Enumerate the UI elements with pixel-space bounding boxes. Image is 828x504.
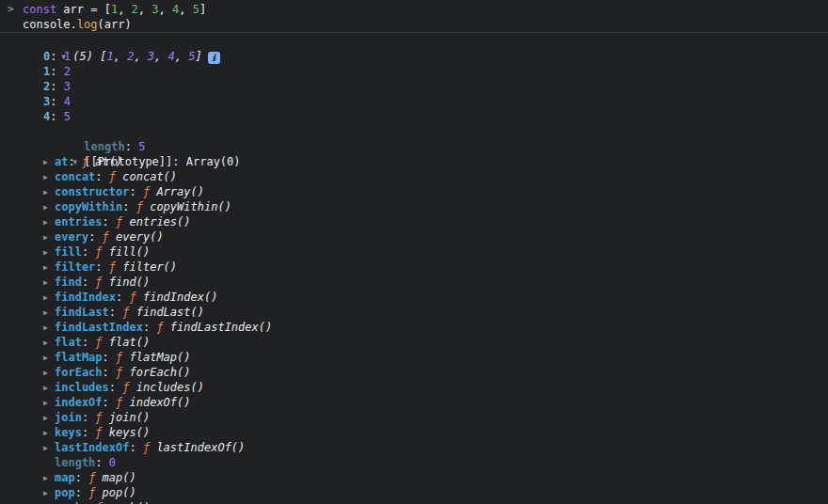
code-token: ,	[175, 50, 188, 63]
property-value: 4	[64, 95, 71, 108]
colon: :	[125, 140, 138, 153]
expand-triangle-icon[interactable]: ▶	[43, 230, 55, 245]
method-name: flatMap	[55, 351, 103, 364]
method-row[interactable]: ▶find: ƒ find()	[0, 275, 828, 290]
expand-triangle-icon[interactable]: ▶	[43, 200, 55, 215]
function-symbol: ƒ	[88, 471, 102, 484]
colon: :	[75, 471, 88, 484]
method-row[interactable]: ▶fill: ƒ fill()	[0, 244, 828, 260]
expand-triangle-icon[interactable]: ▶	[43, 366, 55, 381]
expand-triangle-icon[interactable]: ▶	[43, 411, 55, 426]
method-row[interactable]: ▶constructor: ƒ Array()	[0, 184, 828, 199]
method-row[interactable]: ▶forEach: ƒ forEach()	[0, 365, 828, 380]
expand-triangle-icon[interactable]: ▶	[43, 426, 55, 441]
function-signature: entries()	[129, 215, 190, 228]
function-signature: flat()	[109, 336, 150, 349]
function-signature: concat()	[122, 170, 177, 183]
expand-triangle-icon[interactable]: ▶	[43, 471, 55, 486]
method-row[interactable]: ▶map: ƒ map()	[0, 470, 828, 485]
method-row[interactable]: ▶push: ƒ push()	[0, 500, 828, 504]
method-row[interactable]: ▶join: ƒ join()	[0, 410, 828, 425]
expand-triangle-icon[interactable]: ▶	[43, 185, 55, 200]
function-symbol: ƒ	[95, 411, 108, 424]
colon: :	[109, 381, 122, 394]
colon: :	[103, 396, 116, 409]
function-signature: Array()	[156, 185, 204, 198]
array-preview-row[interactable]: ▼(5) [1, 2, 3, 4, 5]i	[0, 34, 828, 49]
array-item-row: 1: 2	[0, 64, 828, 79]
info-icon[interactable]: i	[208, 52, 220, 64]
devtools-console-panel: > const arr = [1, 2, 3, 4, 5] console.lo…	[0, 0, 828, 504]
method-name: constructor	[55, 185, 129, 198]
colon: :	[103, 215, 116, 228]
property-key: length	[55, 456, 95, 469]
method-name: find	[55, 276, 82, 289]
function-symbol: ƒ	[129, 291, 142, 304]
expand-triangle-icon[interactable]: ▶	[43, 336, 55, 351]
function-signature: findLast()	[136, 306, 204, 319]
method-name: includes	[55, 381, 109, 394]
method-row[interactable]: ▶pop: ƒ pop()	[0, 485, 828, 500]
expand-triangle-icon[interactable]: ▶	[43, 396, 55, 411]
console-output-entry: ▼(5) [1, 2, 3, 4, 5]i 0: 11: 22: 33: 44:…	[0, 33, 828, 504]
code-token: (5) [	[72, 50, 106, 63]
method-name: indexOf	[55, 396, 103, 409]
method-row[interactable]: ▶findLastIndex: ƒ findLastIndex()	[0, 320, 828, 335]
console-input-line[interactable]: console.log(arr)	[0, 17, 828, 32]
method-name: forEach	[55, 366, 103, 379]
function-symbol: ƒ	[143, 441, 156, 454]
colon: :	[95, 456, 108, 469]
expand-triangle-icon[interactable]: ▶	[43, 170, 55, 185]
colon: :	[95, 260, 108, 274]
expand-triangle-icon[interactable]: ▶	[43, 155, 55, 170]
function-signature: indexOf()	[129, 396, 190, 409]
property-value: 3	[64, 80, 71, 93]
method-row[interactable]: ▶indexOf: ƒ indexOf()	[0, 395, 828, 410]
function-symbol: ƒ	[122, 381, 135, 394]
method-name: every	[55, 230, 88, 244]
method-row[interactable]: ▶filter: ƒ filter()	[0, 260, 828, 275]
expand-triangle-icon[interactable]: ▶	[43, 441, 55, 456]
property-value: 5	[138, 140, 145, 153]
expand-triangle-icon[interactable]: ▶	[43, 351, 55, 366]
method-row[interactable]: ▶concat: ƒ concat()	[0, 169, 828, 184]
expand-triangle-icon[interactable]: ▶	[43, 276, 55, 291]
expand-triangle-icon[interactable]: ▶	[43, 486, 55, 501]
array-length-row: length: 5	[0, 124, 828, 139]
function-signature: forEach()	[129, 366, 190, 379]
colon: :	[95, 170, 108, 183]
console-input-line[interactable]: const arr = [1, 2, 3, 4, 5]	[0, 2, 828, 17]
colon: :	[88, 230, 102, 244]
colon: :	[50, 65, 63, 78]
expand-triangle-icon[interactable]: ▶	[43, 381, 55, 396]
method-name: flat	[55, 336, 82, 349]
method-row[interactable]: ▶includes: ƒ includes()	[0, 380, 828, 395]
expand-triangle-icon[interactable]: ▶	[43, 321, 55, 336]
colon: :	[172, 155, 185, 168]
method-row[interactable]: ▶lastIndexOf: ƒ lastIndexOf()	[0, 440, 828, 455]
method-name: copyWithin	[55, 200, 122, 213]
method-row[interactable]: ▶keys: ƒ keys()	[0, 425, 828, 440]
method-row[interactable]: ▶every: ƒ every()	[0, 229, 828, 244]
expand-triangle-icon[interactable]: ▶	[43, 291, 55, 306]
method-row[interactable]: ▶findLast: ƒ findLast()	[0, 305, 828, 320]
colon: :	[103, 351, 116, 364]
colon: :	[143, 321, 156, 334]
method-row[interactable]: ▶findIndex: ƒ findIndex()	[0, 290, 828, 305]
expand-triangle-icon[interactable]: ▶	[43, 245, 55, 260]
colon: :	[82, 245, 95, 259]
function-signature: fill()	[109, 245, 150, 259]
function-symbol: ƒ	[122, 306, 135, 319]
method-row[interactable]: ▶copyWithin: ƒ copyWithin()	[0, 199, 828, 214]
method-row[interactable]: ▶flatMap: ƒ flatMap()	[0, 350, 828, 365]
expand-triangle-icon[interactable]: ▶	[43, 260, 55, 276]
expand-triangle-icon[interactable]: ▶	[43, 306, 55, 321]
method-name: findIndex	[55, 291, 116, 304]
code-token: 1	[106, 50, 113, 63]
method-row[interactable]: ▶flat: ƒ flat()	[0, 335, 828, 350]
function-symbol: ƒ	[95, 336, 108, 349]
expand-triangle-icon[interactable]: ▶	[43, 215, 55, 230]
method-row[interactable]: ▶entries: ƒ entries()	[0, 214, 828, 229]
colon: :	[109, 306, 122, 319]
code-token: ]	[199, 3, 206, 16]
